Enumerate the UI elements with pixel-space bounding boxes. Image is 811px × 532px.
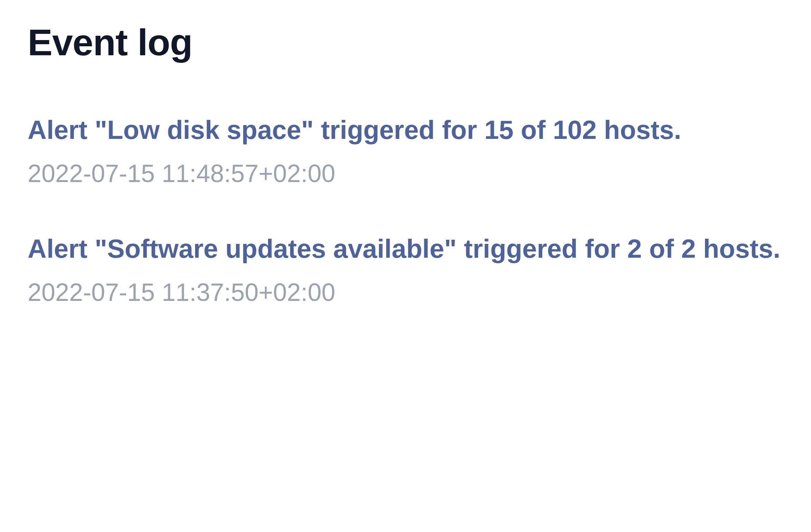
event-list: Alert "Low disk space" triggered for 15 … [28,112,783,308]
event-title-link[interactable]: Alert "Software updates available" trigg… [28,231,783,267]
event-timestamp: 2022-07-15 11:48:57+02:00 [28,158,783,190]
event-item: Alert "Low disk space" triggered for 15 … [28,112,783,190]
event-title-link[interactable]: Alert "Low disk space" triggered for 15 … [28,112,783,148]
page-title: Event log [28,21,783,64]
event-timestamp: 2022-07-15 11:37:50+02:00 [28,276,783,309]
event-item: Alert "Software updates available" trigg… [28,231,783,308]
